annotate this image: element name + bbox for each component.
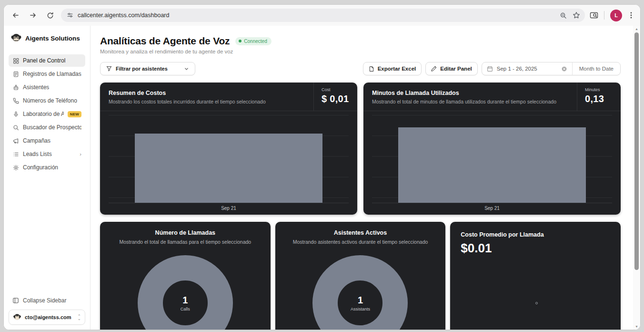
avg-cost-value: $0.01 <box>461 241 610 256</box>
costs-stat-label: Cost <box>322 87 351 92</box>
minutes-bar-chart[interactable] <box>372 115 612 203</box>
funnel-icon <box>106 66 112 72</box>
sidebar-item-numeros-de-telefono[interactable]: Números de Teléfono <box>9 94 85 107</box>
sidebar: Aigents Solutions Panel de Control Regis… <box>4 26 91 330</box>
sidebar-item-panel-de-control[interactable]: Panel de Control <box>9 54 85 67</box>
collapse-sidebar-button[interactable]: Collapse Sidebar <box>9 294 85 307</box>
clear-date-icon[interactable] <box>561 66 567 72</box>
assistants-unit: Assistants <box>351 307 370 311</box>
bookmark-star-icon[interactable] <box>573 11 580 19</box>
chevron-right-icon: › <box>80 151 81 157</box>
assistants-card-title: Asistentes Activos <box>282 229 439 236</box>
export-excel-button[interactable]: Exportar Excel <box>363 62 422 75</box>
excel-file-icon <box>369 66 374 72</box>
filter-label: Filtrar por asistentes <box>116 66 168 72</box>
month-to-date-button[interactable]: Month to Date <box>573 62 620 75</box>
status-dot-icon <box>239 40 242 42</box>
calls-card: Número de Llamadas Mostrando el total de… <box>100 222 271 330</box>
minutes-stat: Minutes 0,13 <box>577 83 621 111</box>
costs-bar-chart[interactable] <box>109 115 349 203</box>
date-range-label: Sep 1 - 26, 2025 <box>497 66 537 72</box>
assistants-card-subtitle: Mostrando asistentes activos durante el … <box>282 239 439 245</box>
browser-window: callcenter.aigentss.com/dashboard L <box>3 4 641 330</box>
site-settings-icon[interactable] <box>67 12 73 19</box>
calendar-icon <box>487 66 493 72</box>
minutes-card-title: Minutos de Llamada Utilizados <box>372 90 568 96</box>
costs-card-subtitle: Mostrando los costos totales incurridos … <box>109 99 305 104</box>
assistant-bot-icon <box>12 84 19 91</box>
edit-panel-label: Editar Panel <box>440 66 472 72</box>
account-selector[interactable]: cto@aigentss.com ⌃⌄ <box>9 310 85 325</box>
chrome-menu-icon[interactable] <box>628 11 634 19</box>
calls-card-subtitle: Mostrando el total de llamadas para el t… <box>107 239 264 245</box>
scroll-up-icon[interactable]: ▲ <box>635 26 638 32</box>
url-text[interactable]: callcenter.aigentss.com/dashboard <box>78 12 555 19</box>
page-scrollbar[interactable]: ▲ ▼ <box>633 26 640 330</box>
minutes-bar[interactable] <box>398 127 585 203</box>
costs-bar[interactable] <box>135 134 322 203</box>
chrome-divider <box>604 11 604 20</box>
megaphone-icon <box>12 138 19 144</box>
dashboard-icon <box>12 58 19 64</box>
aigents-logo-icon <box>10 32 22 44</box>
costs-stat-value: $ 0,01 <box>322 93 351 104</box>
export-excel-label: Exportar Excel <box>378 66 416 72</box>
status-badge: Connected <box>235 37 271 45</box>
costs-card-title: Resumen de Costos <box>109 90 305 96</box>
scroll-down-icon[interactable]: ▼ <box>635 323 638 330</box>
back-icon[interactable] <box>10 9 22 21</box>
side-panel-search-icon[interactable] <box>590 11 598 19</box>
browser-chrome: callcenter.aigentss.com/dashboard L <box>4 5 640 26</box>
brand: Aigents Solutions <box>9 31 85 44</box>
sidebar-item-label: Panel de Control <box>23 57 65 64</box>
chart-point-icon <box>535 302 538 304</box>
calls-value: 1 <box>182 295 188 306</box>
collapse-sidebar-label: Collapse Sidebar <box>23 297 66 304</box>
avg-cost-title: Costo Promedio por Llamada <box>461 231 610 238</box>
minutes-card-subtitle: Mostrando el total de minutos de llamada… <box>372 99 568 104</box>
chevron-updown-icon: ⌃⌄ <box>77 314 81 321</box>
reload-icon[interactable] <box>44 9 56 21</box>
account-email: cto@aigentss.com <box>25 314 74 320</box>
list-icon <box>12 151 19 157</box>
sidebar-item-registros-de-llamadas[interactable]: Registros de Llamadas <box>9 68 85 80</box>
sidebar-item-asistentes[interactable]: Asistentes <box>9 81 85 93</box>
sidebar-item-leads-lists[interactable]: Leads Lists › <box>9 148 85 160</box>
calls-card-title: Número de Llamadas <box>107 229 264 236</box>
gear-icon <box>12 165 19 171</box>
page-title: Analíticas de Agente de Voz <box>100 35 230 47</box>
costs-x-axis-label: Sep 21 <box>109 203 349 211</box>
sidebar-item-buscador-de-prospectos[interactable]: Buscador de Prospectos <box>9 121 85 134</box>
page-subtitle: Monitorea y analiza el rendimiento de tu… <box>100 49 621 54</box>
phone-icon <box>12 98 19 104</box>
sidebar-item-label: Campañas <box>23 137 50 144</box>
profile-avatar[interactable]: L <box>610 10 622 21</box>
sidebar-item-configuracion[interactable]: Configuración <box>9 161 85 174</box>
assistants-value: 1 <box>358 295 363 306</box>
edit-panel-button[interactable]: Editar Panel <box>425 62 477 75</box>
status-label: Connected <box>244 39 267 44</box>
sidebar-item-campanas[interactable]: Campañas <box>9 135 85 147</box>
date-range-picker[interactable]: Sep 1 - 26, 2025 <box>482 62 572 75</box>
avg-cost-card: Costo Promedio por Llamada $0.01 <box>450 222 621 330</box>
zoom-icon[interactable] <box>560 12 567 19</box>
sidebar-item-label: Buscador de Prospectos <box>23 124 81 131</box>
search-icon <box>12 124 19 131</box>
forward-icon[interactable] <box>27 9 39 21</box>
mic-icon <box>12 111 19 117</box>
assistants-card: Asistentes Activos Mostrando asistentes … <box>275 222 446 330</box>
collapse-sidebar-icon <box>12 297 19 304</box>
toolbar: Filtrar por asistentes Exportar Excel <box>100 62 621 75</box>
sidebar-item-laboratorio-de-audio[interactable]: Laboratorio de Au NEW <box>9 108 85 120</box>
url-bar[interactable]: callcenter.aigentss.com/dashboard <box>61 9 585 22</box>
brand-name: Aigents Solutions <box>25 35 80 42</box>
scrollbar-thumb[interactable] <box>634 32 639 270</box>
costs-card: Resumen de Costos Mostrando los costos t… <box>100 83 357 215</box>
pencil-icon <box>431 66 437 72</box>
minutes-stat-value: 0,13 <box>585 93 614 104</box>
date-range-control: Sep 1 - 26, 2025 Month to Date <box>482 62 621 75</box>
filter-assistants-dropdown[interactable]: Filtrar por asistentes <box>100 62 195 75</box>
sidebar-item-label: Asistentes <box>23 84 49 91</box>
new-badge: NEW <box>68 111 81 117</box>
sidebar-menu: Panel de Control Registros de Llamadas A… <box>9 54 85 174</box>
